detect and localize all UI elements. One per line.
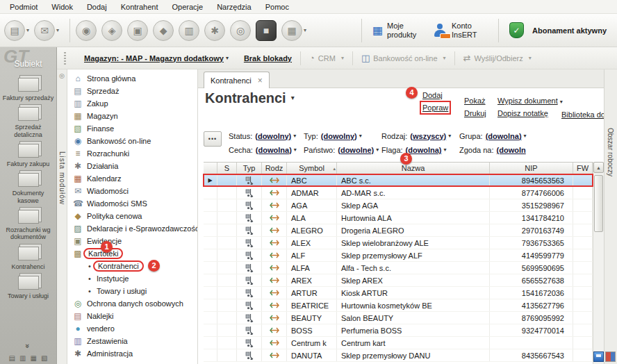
module-list-tab[interactable]: Lista modułów [58,151,66,205]
subscription-status[interactable]: ✓ Abonament aktywny [504,20,611,40]
table-row[interactable]: DANUTASklep przemysłowy DANU8435667543 [204,349,593,362]
module-item-magazyn[interactable]: ▦Magazyn [67,110,197,122]
column-header-typ[interactable]: Typ [237,163,262,174]
collapse-icon[interactable]: » [24,344,33,348]
table-row[interactable]: ▶ABCABC s.c.8945653563 [204,174,593,187]
small-doc-icon[interactable]: ▧ [41,354,47,362]
module-item-dzialania[interactable]: ✱Działania [67,160,197,172]
filter-value-zgoda-na[interactable]: (dowoln [497,146,526,154]
grip-handle[interactable] [64,52,66,65]
workspace-layout-icon[interactable] [605,351,616,362]
menu-widok[interactable]: Widok [44,1,80,13]
module-item-polityka-cenowa[interactable]: ◆Polityka cenowa [67,210,197,222]
pin-icon[interactable]: ◎ [57,69,67,79]
table-row[interactable]: BEATRICEHurtownia kosmetyków BE413562779… [204,299,593,312]
small-doc-icon[interactable]: ▤ [9,354,15,362]
rail-item-sprzedaz-detaliczna[interactable]: Sprzedaż detaliczna [0,107,56,138]
workspace-tab[interactable]: Obszar roboczy [607,128,614,176]
send-receive-button[interactable]: ⇄ Wyślij/Odbierz ▾ [463,53,532,63]
action-pokaz[interactable]: Pokaż [464,97,486,105]
module-item-kartoteki[interactable]: ▩Kartoteki1 [67,247,197,260]
filter-typ[interactable]: Typ:(dowolny)▾ [304,132,381,140]
small-doc-icon[interactable]: ▦ [31,354,37,362]
tab-kontrahenci[interactable]: Kontrahenci × [204,72,270,88]
globe-icon-button[interactable]: ◎ [230,20,251,41]
table-row[interactable]: ARTURKiosk ARTUR1541672036 [204,287,593,299]
filter-panstwo[interactable]: Państwo:(dowolne)▾ [304,146,381,154]
column-header-fw[interactable]: FW [573,163,593,174]
module-item-rozrachunki[interactable]: ≡Rozrachunki [67,147,197,160]
printer-list-icon-button[interactable]: ▦▾ [281,20,306,41]
filter-value-grupa[interactable]: (dowolna) [486,132,522,140]
table-row[interactable]: AGASklep AGA3515298967 [204,199,593,212]
more-filters-button[interactable]: ••• [204,131,222,147]
menu-dodaj[interactable]: Dodaj [80,1,114,13]
copy-icon-button[interactable]: ▥ [179,20,199,41]
module-item-naklejki[interactable]: ▤Naklejki [67,310,197,322]
package-icon-button[interactable]: ◈ [101,20,122,41]
scrollbar-thumb[interactable] [594,175,603,232]
filter-value-status[interactable]: (dowolny) [255,132,291,140]
my-products-button[interactable]: ▦ Moje produkty [368,19,428,41]
rail-item-faktury-sprzedazy[interactable]: Faktury sprzedaży [0,78,56,101]
module-item-wiadomosci[interactable]: ✉Wiadomości [67,185,197,197]
module-item-administracja[interactable]: ✱Administracja [67,347,197,360]
stamp-icon-button[interactable]: ◉ [76,20,97,41]
page-title[interactable]: Kontrahenci ▾ [205,90,295,106]
column-header-nip[interactable]: NIP [490,163,573,174]
menu-narzedzia[interactable]: Narzędzia [210,1,258,13]
action-dopisz-notatke[interactable]: Dopisz notatkę [497,109,548,117]
table-row[interactable]: AREXSklep AREX6565527638 [204,274,593,287]
close-icon[interactable]: × [258,76,263,85]
module-item-zestawienia[interactable]: ▥Zestawienia [67,335,197,347]
rail-item-rozrachunki-wg-dokumentow[interactable]: Rozrachunki wg dokumentów [0,210,56,241]
filter-value-panstwo[interactable]: (dowolne) [338,146,374,154]
filter-value-flaga[interactable]: (dowolna) [406,146,442,154]
module-item-ochrona-danych-osobowych[interactable]: ◎Ochrona danych osobowych [67,297,197,310]
table-row[interactable]: ALEXSklep wielobranżowy ALE7936753365 [204,237,593,249]
table-row[interactable]: ALEGRODrogeria ALEGRO2970163749 [204,224,593,237]
module-item-kontrahenci[interactable]: •Kontrahenci2 [67,260,197,272]
action-wypisz-dokument[interactable]: Wypisz dokument▾ [497,97,563,105]
rail-item-faktury-zakupu[interactable]: Faktury zakupu [0,144,56,167]
rail-item-kontrahenci[interactable]: Kontrahenci [0,247,56,270]
menu-kontrahent[interactable]: Kontrahent [114,1,165,13]
table-row[interactable]: ALFAAlfa - Tech s.c.5699590695 [204,262,593,274]
filter-cecha[interactable]: Cecha:(dowolna)▾ [229,146,304,154]
filter-status[interactable]: Status:(dowolny)▾ [229,132,304,140]
table-row[interactable]: BOSSPerfumeria BOSS9324770014 [204,324,593,337]
module-item-kalendarz[interactable]: ▦Kalendarz [67,172,197,185]
column-header-s[interactable]: S [217,163,237,174]
column-header-symbol[interactable]: Symbol▴ [287,163,337,174]
menu-pomoc[interactable]: Pomoc [258,1,296,13]
column-header-selector[interactable] [204,163,217,174]
crm-button[interactable]: ◔ CRM ▾ [309,53,344,63]
cube-icon-button[interactable]: ■ [256,20,277,41]
lock-status-link[interactable]: Brak blokady [244,54,292,63]
warehouse-selector[interactable]: Magazyn: - MAP - Magazyn dodatkowy [84,54,224,63]
table-row[interactable]: ADMARAD-MAR s.c.8774766006 [204,187,593,199]
online-banking-button[interactable]: ◫ Bankowość on-line ▾ [361,53,446,63]
module-item-vendero[interactable]: ●vendero [67,322,197,335]
print-icon-button[interactable]: ▣ [127,20,148,41]
vertical-scrollbar[interactable]: ▲ [593,162,604,364]
table-row[interactable]: BEAUTYSalon BEAUTY8769095992 [204,312,593,324]
module-item-towary-i-uslugi[interactable]: •Towary i usługi [67,285,197,297]
rail-item-dokumenty-kasowe[interactable]: Dokumenty kasowe [0,173,56,204]
filter-value-cecha[interactable]: (dowolna) [256,146,292,154]
filter-grupa[interactable]: Grupa:(dowolna)▾ [459,132,527,140]
gear-icon-button[interactable]: ✱ [204,20,225,41]
table-row[interactable]: ALAHurtownia ALA1341784210 [204,212,593,224]
column-header-nazwa[interactable]: Nazwa [337,163,490,174]
module-item-strona-glowna[interactable]: ⌂Strona główna [67,72,197,85]
menu-podmiot[interactable]: Podmiot [3,1,44,13]
module-item-instytucje[interactable]: •Instytucje [67,272,197,285]
module-item-zakup[interactable]: ▥Zakup [67,97,197,110]
drawer-icon-button[interactable]: ▤▾ [4,20,29,41]
filter-flaga[interactable]: Flaga:(dowolna)▾ [381,146,459,154]
module-item-finanse[interactable]: ▧Finanse [67,122,197,135]
menu-operacje[interactable]: Operacje [165,1,211,13]
module-item-sprzedaz[interactable]: ▤Sprzedaż [67,85,197,97]
small-doc-icon[interactable]: ▥ [19,354,26,362]
action-dodaj[interactable]: Dodaj [422,91,443,99]
